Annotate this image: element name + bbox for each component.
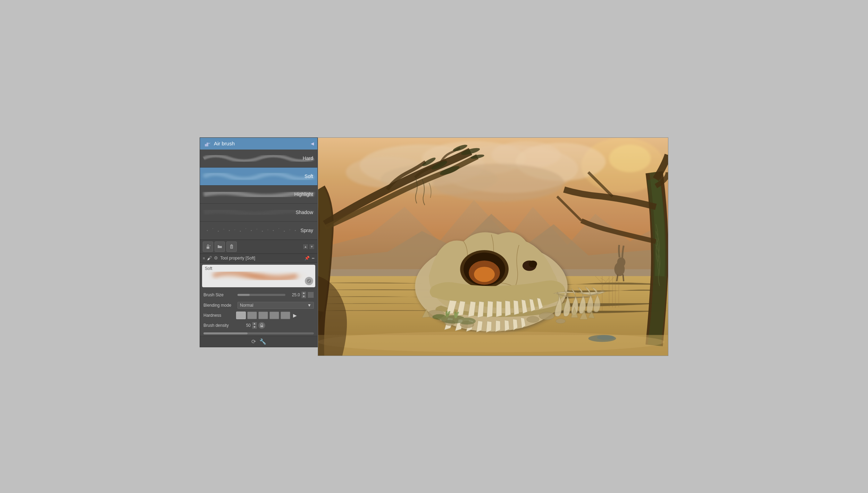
brush-label-soft: Soft	[304, 173, 317, 179]
brush-item-highlight[interactable]: Highlight	[200, 186, 317, 204]
svg-point-6	[207, 230, 208, 231]
svg-point-14	[251, 230, 252, 231]
brush-item-shadow[interactable]: Shadow	[200, 204, 317, 222]
blending-mode-arrow: ▼	[307, 303, 311, 308]
brush-item-soft[interactable]: Soft	[200, 168, 317, 186]
density-lock-icon[interactable]	[258, 322, 265, 329]
svg-point-19	[278, 228, 279, 229]
blending-mode-row: Blending mode Normal ▼	[200, 300, 317, 310]
brush-size-slider[interactable]	[237, 294, 285, 296]
airbrush-header-icon	[203, 140, 211, 147]
brush-toolbar: ▲ ▼	[200, 240, 317, 253]
rotate-tool-icon[interactable]: ⟳	[251, 338, 256, 345]
canvas-area[interactable]	[318, 137, 668, 356]
brush-label-spray: Spray	[300, 228, 317, 233]
hardness-swatch-2[interactable]	[258, 312, 268, 319]
svg-point-16	[262, 230, 263, 231]
svg-point-5	[210, 144, 210, 144]
svg-rect-34	[260, 325, 263, 327]
svg-point-9	[224, 229, 224, 229]
brush-density-slider[interactable]	[203, 332, 314, 334]
brush-size-value: 25.0	[287, 292, 300, 297]
scroll-up-button[interactable]: ▲	[303, 244, 308, 249]
svg-rect-26	[207, 247, 209, 249]
brush-density-row: Brush density 50 ▲ ▼	[200, 321, 317, 336]
brush-size-lock[interactable]	[308, 292, 314, 298]
hardness-expand-arrow[interactable]: ▶	[293, 313, 297, 318]
brush-density-controls: 50 ▲ ▼	[237, 322, 265, 329]
svg-line-33	[308, 280, 310, 282]
brush-label-highlight: Highlight	[294, 192, 317, 197]
svg-rect-27	[231, 246, 233, 248]
density-increment[interactable]: ▲	[252, 322, 257, 325]
panel-collapse-arrow[interactable]: ◀	[311, 141, 314, 146]
brush-density-stepper[interactable]: ▲ ▼	[252, 322, 257, 329]
panel-bottom-toolbar: ⟳ 🔧	[200, 336, 317, 347]
svg-point-3	[209, 143, 210, 144]
brush-preview-area: Soft	[202, 265, 315, 287]
brush-density-label: Brush density	[203, 323, 235, 328]
svg-point-20	[284, 230, 285, 231]
svg-rect-1	[207, 143, 208, 144]
svg-rect-84	[318, 138, 668, 356]
blending-mode-select[interactable]: Normal ▼	[237, 302, 314, 309]
scroll-down-button[interactable]: ▼	[309, 244, 315, 249]
svg-point-8	[218, 230, 219, 231]
svg-point-10	[229, 230, 230, 231]
svg-point-12	[240, 230, 241, 231]
svg-point-18	[273, 230, 274, 231]
density-decrement[interactable]: ▼	[252, 325, 257, 329]
svg-point-21	[290, 229, 290, 230]
tool-property-more-icon[interactable]: ▪▪	[312, 256, 315, 260]
hardness-swatch-4[interactable]	[281, 312, 290, 319]
tool-property-header: ≡ 🖌 ⚙ Tool property [Soft] 📌 ▪▪	[200, 253, 317, 263]
brush-size-row: Brush Size 25.0 ▲ ▼	[200, 289, 317, 300]
brush-panel: Air brush ◀ Hard	[200, 137, 318, 347]
svg-point-13	[245, 228, 246, 229]
brush-size-increment[interactable]: ▲	[301, 291, 306, 295]
svg-point-4	[210, 142, 211, 143]
panel-title: Air brush	[214, 141, 308, 146]
svg-rect-0	[205, 144, 208, 146]
brush-item-spray[interactable]: Spray	[200, 222, 317, 240]
brush-item-hard[interactable]: Hard	[200, 150, 317, 168]
hardness-row: Hardness ▶	[200, 310, 317, 321]
brush-size-decrement[interactable]: ▼	[301, 295, 306, 298]
brush-density-value: 50	[237, 323, 251, 328]
tool-property-title: Tool property [Soft]	[220, 256, 302, 261]
brush-size-label: Brush Size	[203, 292, 235, 297]
artwork-illustration	[318, 138, 668, 356]
brush-size-stepper[interactable]: ▲ ▼	[301, 291, 306, 298]
svg-point-17	[267, 229, 268, 230]
svg-point-22	[295, 230, 296, 231]
blending-mode-value: Normal	[240, 303, 253, 308]
folder-button[interactable]	[215, 241, 225, 252]
hardness-label: Hardness	[203, 313, 235, 318]
tool-property-expand-icon[interactable]: ≡	[203, 256, 205, 260]
svg-point-11	[234, 229, 235, 230]
hardness-swatch-1[interactable]	[247, 312, 257, 319]
brush-tool-icon: 🖌	[207, 255, 212, 261]
svg-point-15	[257, 229, 257, 229]
delete-brush-button[interactable]	[226, 241, 237, 252]
brush-settings-button[interactable]	[305, 277, 313, 285]
brush-label-hard: Hard	[303, 155, 317, 161]
hardness-swatch-0[interactable]	[236, 312, 246, 319]
main-container: Air brush ◀ Hard	[200, 137, 668, 356]
svg-point-7	[212, 228, 213, 229]
settings-icon: ⚙	[214, 255, 218, 261]
brush-list: Hard Soft	[200, 150, 317, 240]
panel-header[interactable]: Air brush ◀	[200, 138, 317, 150]
hardness-swatch-3[interactable]	[269, 312, 279, 319]
add-brush-button[interactable]	[203, 241, 213, 252]
brush-label-shadow: Shadow	[295, 210, 317, 215]
tool-property-pin-icon[interactable]: 📌	[304, 256, 310, 261]
settings-tool-icon[interactable]: 🔧	[259, 338, 266, 345]
blending-mode-label: Blending mode	[203, 303, 235, 308]
